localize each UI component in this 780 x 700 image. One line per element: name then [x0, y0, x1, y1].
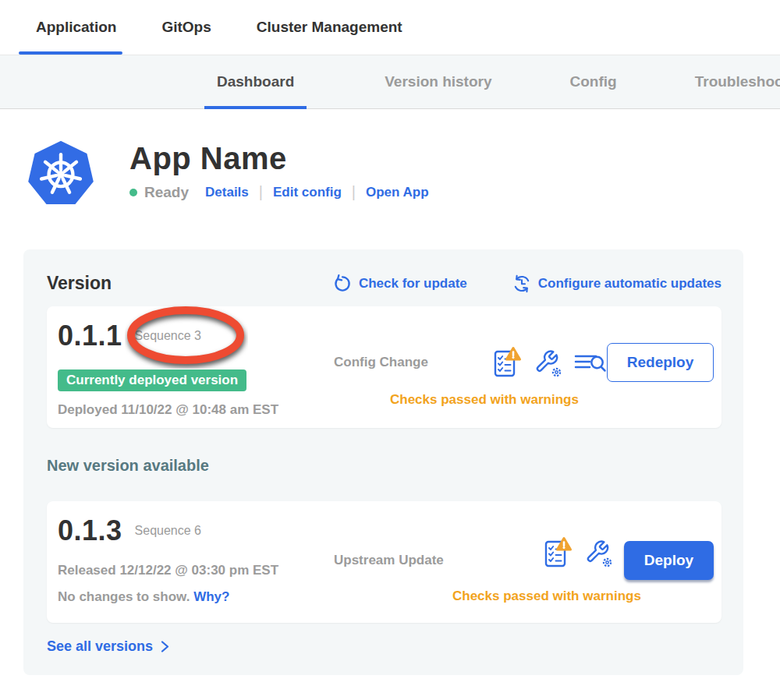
tab-version-history[interactable]: Version history: [385, 55, 491, 108]
app-header: App Name Ready Details | Edit config | O…: [0, 109, 780, 207]
preflight-checks-icon[interactable]: [544, 536, 573, 569]
available-version-sequence: Sequence 6: [135, 524, 201, 538]
diff-view-icon[interactable]: [573, 350, 607, 375]
status-badge: Ready: [144, 184, 189, 201]
page-title: App Name: [129, 140, 429, 176]
preflight-checks-icon[interactable]: [493, 345, 522, 379]
check-for-update-label: Check for update: [359, 276, 467, 292]
divider: |: [352, 183, 356, 201]
see-all-versions-label: See all versions: [47, 638, 153, 655]
edit-config-link[interactable]: Edit config: [273, 185, 342, 200]
available-version-number: 0.1.3: [58, 512, 122, 550]
preflight-result-text: Checks passed with warnings: [390, 392, 579, 408]
kubernetes-logo-icon: [27, 139, 95, 207]
current-version-number: 0.1.1: [58, 317, 122, 355]
version-source-label: Upstream Update: [334, 553, 444, 568]
refresh-icon: [333, 274, 352, 293]
version-source-label: Config Change: [334, 355, 428, 370]
chevron-right-icon: [159, 640, 171, 653]
preflight-result-text: Checks passed with warnings: [452, 589, 641, 604]
redeploy-button[interactable]: Redeploy: [607, 343, 714, 382]
check-for-update-link[interactable]: Check for update: [333, 274, 467, 293]
scheduled-update-icon: [512, 274, 531, 293]
tab-troubleshoot[interactable]: Troubleshoot: [695, 55, 780, 108]
open-app-link[interactable]: Open App: [366, 185, 429, 200]
divider: |: [259, 183, 263, 201]
see-all-versions-link[interactable]: See all versions: [47, 638, 722, 655]
current-version-sequence: Sequence 3: [135, 329, 201, 343]
currently-deployed-badge: Currently deployed version: [58, 369, 246, 391]
status-dot-icon: [129, 189, 137, 196]
tab-dashboard[interactable]: Dashboard: [204, 55, 307, 108]
nav-tab-gitops[interactable]: GitOps: [157, 0, 215, 55]
details-link[interactable]: Details: [205, 185, 249, 200]
config-wrench-icon[interactable]: [583, 536, 614, 569]
configure-automatic-updates-link[interactable]: Configure automatic updates: [512, 274, 722, 293]
current-version-card: 0.1.1 Sequence 3 Currently deployed vers…: [47, 306, 722, 428]
primary-nav: Application GitOps Cluster Management: [0, 0, 780, 55]
config-wrench-icon[interactable]: [532, 346, 563, 379]
version-section-title: Version: [47, 273, 112, 294]
no-changes-text: No changes to show.: [58, 589, 190, 604]
available-version-card: 0.1.3 Sequence 6 Released 12/12/22 @ 03:…: [47, 501, 722, 623]
configure-automatic-updates-label: Configure automatic updates: [538, 276, 722, 292]
app-sub-nav: Dashboard Version history Config Trouble…: [0, 55, 780, 109]
deploy-button[interactable]: Deploy: [624, 541, 714, 580]
version-panel: Version Check for update: [23, 249, 743, 675]
new-version-heading: New version available: [47, 457, 722, 475]
tab-config[interactable]: Config: [570, 55, 617, 108]
nav-tab-cluster-management[interactable]: Cluster Management: [252, 0, 407, 55]
why-link[interactable]: Why?: [193, 589, 229, 604]
nav-tab-application[interactable]: Application: [31, 0, 121, 55]
